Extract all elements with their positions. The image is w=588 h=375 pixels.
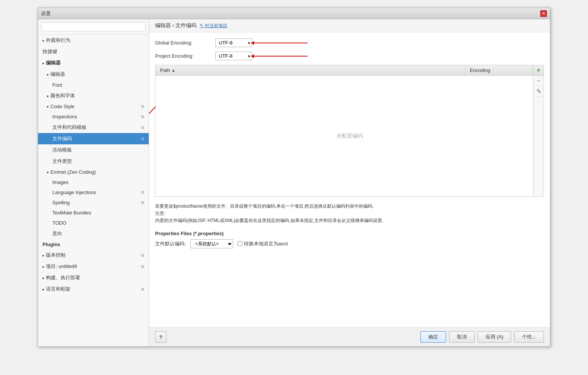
path-column-header[interactable]: Path ▲ [155,65,465,75]
convert-ascii-checkbox[interactable] [238,241,242,246]
settings-window: 设置 ✕ ▸外观和行为快捷键▸编辑器▸编辑器Font▸颜色和字体▸Code St… [38,8,550,347]
sidebar-item-emmet[interactable]: ▸Emmet (Zen Coding) [38,167,149,177]
project-encoding-select[interactable]: UTF-8 GBK ISO-8859-1 [215,52,252,60]
arrow-annotation-global [251,39,311,47]
properties-title: Properties Files (*.properties) [155,231,544,236]
svg-marker-3 [251,54,254,58]
sidebar-item-intent[interactable]: 意向 [38,228,149,239]
sidebar-items-container: ▸外观和行为快捷键▸编辑器▸编辑器Font▸颜色和字体▸Code Style⧉I… [38,35,149,295]
ok-button[interactable]: 确定 [420,331,446,343]
sidebar-item-lang-inject[interactable]: Language Injections⧉ [38,187,149,197]
sidebar-label: Plugins [43,242,144,247]
sidebar-item-codestyle[interactable]: ▸Code Style⧉ [38,101,149,112]
remove-encoding-button[interactable]: − [533,76,544,86]
edit-encoding-button[interactable]: ✎ [533,86,544,97]
sidebar-item-colors[interactable]: ▸颜色和字体 [38,90,149,101]
sidebar-item-file-types[interactable]: 文件类型 [38,156,149,167]
copy-icon: ⧉ [141,287,144,292]
sidebar-item-plugins[interactable]: Plugins [38,239,149,249]
copy-icon: ⧉ [141,104,144,109]
sidebar-item-todo[interactable]: TODO [38,218,149,228]
close-button[interactable]: ✕ [540,10,547,17]
sidebar-label: 颜色和字体 [50,92,144,99]
properties-encoding-select-wrapper: <系统默认> UTF-8 GBK [190,239,233,248]
main-panel: 编辑器 › 文件编码 ✎ 对当前项目 Global Encoding: UTF-… [149,19,550,346]
sidebar-label: 外观和行为 [46,37,144,44]
sidebar-item-file-templates[interactable]: 文件和代码模板⧉ [38,122,149,133]
global-encoding-label: Global Encoding: [155,40,215,46]
expand-arrow: ▸ [43,287,44,291]
sidebar-label: Images [52,179,144,185]
sidebar-item-editor-sub[interactable]: ▸编辑器 [38,69,149,80]
main-header: 编辑器 › 文件编码 ✎ 对当前项目 [149,19,550,32]
window-title: 设置 [41,10,51,17]
sidebar-label: 编辑器 [46,60,144,66]
sidebar-label: 项目: untitled9 [46,263,141,270]
sidebar-item-live-templates[interactable]: 活动模板 [38,144,149,156]
sidebar-item-project[interactable]: ▸项目: untitled9⧉ [38,261,149,272]
sidebar-label: Language Injections [52,190,141,195]
sidebar-label: 语言和框架 [46,286,141,292]
convert-ascii-label[interactable]: 转换本地语言为ascii [238,240,288,247]
sidebar-label: TextMate Bundles [52,210,144,216]
sidebar-item-shortcuts[interactable]: 快捷键 [38,46,149,57]
sidebar-label: 构建、执行部署 [46,274,144,281]
svg-marker-1 [251,41,254,45]
description-box: 若要更改$productName使用的文件、目录或整个项目的编码,单击一个项目,… [155,203,544,225]
expand-arrow: ▸ [43,276,44,280]
sidebar-label: Inspections [52,114,141,119]
sidebar-item-build[interactable]: ▸构建、执行部署 [38,272,149,283]
add-encoding-button[interactable]: + [533,65,544,75]
main-content: Global Encoding: UTF-8 GBK ISO-8859-1 [149,32,550,327]
sidebar-label: Spelling [52,200,141,205]
sidebar-label: 意向 [52,230,144,237]
sidebar-label: Emmet (Zen Coding) [50,169,144,175]
expand-arrow: ▸ [47,170,49,174]
sidebar-item-file-encoding[interactable]: 文件编码⧉ [38,133,149,144]
properties-row: 文件默认编码: <系统默认> UTF-8 GBK 转换本地语言为ascii [155,239,544,248]
sidebar-item-inspections[interactable]: Inspections⧉ [38,112,149,122]
expand-arrow: ▸ [47,72,49,77]
help-button[interactable]: ? [155,331,166,343]
cancel-button[interactable]: 取消 [449,331,475,343]
breadcrumb: 编辑器 › 文件编码 [155,22,197,29]
personalize-button[interactable]: 个性... [514,331,544,343]
search-input[interactable] [41,22,146,31]
sidebar-item-vcs[interactable]: ▸版本控制⧉ [38,249,149,261]
svg-line-4 [149,107,155,152]
encoding-table: Path ▲ Encoding + 未配置编码 − ✎ [155,65,544,197]
expand-arrow: ▸ [43,38,44,43]
global-encoding-select[interactable]: UTF-8 GBK ISO-8859-1 [215,38,252,47]
sidebar-label: 文件编码 [52,135,141,142]
expand-arrow: ▸ [47,94,49,98]
sidebar-item-appearance[interactable]: ▸外观和行为 [38,35,149,46]
sidebar-item-images[interactable]: Images [38,177,149,187]
description-line2: 注意: [155,210,544,217]
table-action-buttons: − ✎ [533,76,544,196]
sidebar-item-textmate[interactable]: TextMate Bundles [38,208,149,218]
convert-ascii-text: 转换本地语言为ascii [244,240,288,247]
sidebar: ▸外观和行为快捷键▸编辑器▸编辑器Font▸颜色和字体▸Code Style⧉I… [38,19,149,346]
main-content-area: ▸外观和行为快捷键▸编辑器▸编辑器Font▸颜色和字体▸Code Style⧉I… [38,19,550,346]
properties-encoding-select[interactable]: <系统默认> UTF-8 GBK [190,239,233,248]
sidebar-item-font[interactable]: Font [38,80,149,90]
copy-icon: ⧉ [141,253,144,258]
copy-icon: ⧉ [141,190,144,195]
expand-arrow: ▸ [43,265,44,269]
description-line3: 内置的文件编码(例如JSP, HTML或XML)会覆盖你在这里指定的编码.如果未… [155,217,544,224]
sidebar-label: 文件和代码模板 [52,124,141,131]
copy-icon: ⧉ [141,200,144,205]
sidebar-item-lang-framework[interactable]: ▸语言和框架⧉ [38,283,149,295]
search-box [38,19,149,35]
apply-project-link[interactable]: ✎ 对当前项目 [200,23,227,29]
sidebar-item-spelling[interactable]: Spelling⧉ [38,197,149,208]
encoding-column-header[interactable]: Encoding [465,65,533,75]
table-empty-message: 未配置编码 [337,133,363,139]
sidebar-item-editor[interactable]: ▸编辑器 [38,57,149,69]
project-encoding-select-wrapper: UTF-8 GBK ISO-8859-1 [215,52,252,60]
arrow-annotation-project [251,52,311,60]
title-bar: 设置 ✕ [38,8,550,19]
global-encoding-select-wrapper: UTF-8 GBK ISO-8859-1 [215,38,252,47]
apply-button[interactable]: 应用 (A) [478,331,511,343]
footer: ? 确定 取消 应用 (A) 个性... [149,327,550,346]
